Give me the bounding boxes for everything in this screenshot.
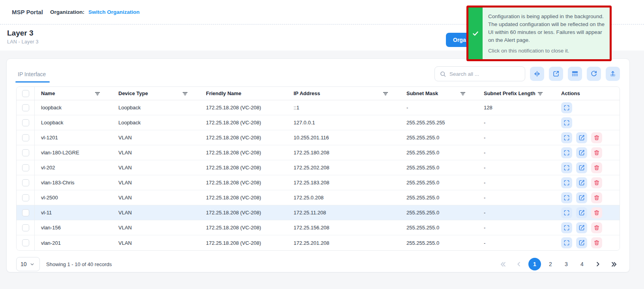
fit-width-button[interactable]: [530, 67, 544, 81]
delete-action-button[interactable]: [591, 222, 602, 233]
success-notification-toast[interactable]: Configuration is being applied in the ba…: [466, 6, 612, 61]
edit-action-button[interactable]: [576, 207, 587, 218]
column-header-friendly: Friendly Name: [200, 87, 287, 100]
next-page-button[interactable]: [592, 258, 604, 270]
delete-icon: [593, 134, 600, 141]
cell-ip-address: 127.0.0.1: [287, 115, 400, 130]
edit-action-button[interactable]: [576, 162, 587, 173]
edit-action-button[interactable]: [576, 222, 587, 233]
delete-action-button[interactable]: [591, 237, 602, 248]
expand-action-button[interactable]: [561, 177, 572, 188]
cell-subnet-mask: 255.255.255.0: [400, 145, 477, 160]
edit-action-button[interactable]: [576, 132, 587, 143]
organization-link[interactable]: Switch Organization: [88, 9, 140, 15]
row-check-cell: [17, 220, 35, 235]
row-checkbox[interactable]: [22, 209, 29, 216]
tab-ip-interface[interactable]: IP Interface: [16, 66, 47, 83]
search-input[interactable]: [449, 71, 520, 77]
table-row[interactable]: loopbackLoopback172.25.18.208 (VC-208)::…: [17, 100, 620, 115]
table-row[interactable]: vl-2500VLAN172.25.18.208 (VC-208)172.25.…: [17, 190, 620, 205]
row-checkbox[interactable]: [22, 149, 29, 156]
row-checkbox[interactable]: [22, 104, 29, 111]
row-checkbox[interactable]: [22, 179, 29, 186]
filter-icon[interactable]: [93, 89, 102, 98]
page-number-4[interactable]: 4: [576, 258, 588, 270]
delete-action-button[interactable]: [591, 207, 602, 218]
table-row[interactable]: vl-202VLAN172.25.18.208 (VC-208)172.25.2…: [17, 160, 620, 175]
filter-icon[interactable]: [459, 89, 467, 98]
filter-icon[interactable]: [536, 89, 545, 98]
next-page-icon: [594, 261, 601, 268]
upload-button[interactable]: [606, 67, 620, 81]
table-row[interactable]: vl-1201VLAN172.25.18.208 (VC-208)10.255.…: [17, 130, 620, 145]
select-all-checkbox[interactable]: [22, 90, 29, 97]
export-button[interactable]: [549, 67, 563, 81]
edit-action-button[interactable]: [576, 192, 587, 203]
row-check-cell: [17, 190, 35, 205]
cell-subnet-prefix-length: -: [477, 205, 555, 220]
delete-icon: [593, 194, 600, 201]
delete-action-button[interactable]: [591, 147, 602, 158]
edit-icon: [578, 209, 585, 216]
edit-action-button[interactable]: [576, 237, 587, 248]
page-size-select[interactable]: 10: [16, 257, 40, 271]
column-label: Device Type: [118, 90, 148, 96]
page-number-2[interactable]: 2: [544, 258, 557, 270]
page-number-3[interactable]: 3: [560, 258, 573, 270]
toolbar-buttons: [530, 67, 620, 81]
cell-subnet-prefix-length: -: [477, 235, 555, 250]
showing-records-text: Showing 1 - 10 of 40 records: [46, 261, 112, 267]
table-row[interactable]: vlan-201VLAN172.25.18.208 (VC-208)172.25…: [17, 235, 620, 250]
expand-action-button[interactable]: [561, 147, 572, 158]
delete-action-button[interactable]: [591, 132, 602, 143]
ip-interface-card: IP Interface NameDevice TypeFriendly Nam…: [6, 58, 630, 272]
row-checkbox[interactable]: [22, 239, 29, 246]
prev-page-button[interactable]: [513, 258, 525, 270]
table-row[interactable]: vl-11VLAN172.25.18.208 (VC-208)172.25.11…: [17, 205, 620, 220]
cell-ip-address: 172.25.11.208: [287, 205, 400, 220]
edit-icon: [578, 194, 585, 201]
column-header-prefix: Subnet Prefix Length: [477, 87, 555, 100]
row-checkbox[interactable]: [22, 194, 29, 201]
columns-button[interactable]: [568, 67, 582, 81]
expand-action-button[interactable]: [561, 237, 572, 248]
expand-action-button[interactable]: [561, 207, 572, 218]
filter-icon[interactable]: [381, 89, 390, 98]
edit-action-button[interactable]: [576, 147, 587, 158]
expand-action-button[interactable]: [561, 102, 572, 113]
delete-action-button[interactable]: [591, 177, 602, 188]
brand-label: MSP Portal: [12, 9, 43, 15]
edit-action-button[interactable]: [576, 177, 587, 188]
row-checkbox[interactable]: [22, 119, 29, 126]
row-checkbox[interactable]: [22, 134, 29, 141]
cell-subnet-mask: 255.255.255.0: [400, 205, 477, 220]
page-number-1[interactable]: 1: [528, 258, 541, 270]
cell-friendly-name: 172.25.18.208 (VC-208): [200, 205, 287, 220]
cell-ip-address: 172.25.156.208: [287, 220, 400, 235]
table-row[interactable]: vlan-183-ChrisVLAN172.25.18.208 (VC-208)…: [17, 175, 620, 190]
expand-action-button[interactable]: [561, 132, 572, 143]
refresh-button[interactable]: [587, 67, 601, 81]
first-page-button[interactable]: [497, 258, 509, 270]
search-icon: [440, 71, 446, 77]
expand-action-button[interactable]: [561, 162, 572, 173]
table-row[interactable]: LoopbackLoopback172.25.18.208 (VC-208)12…: [17, 115, 620, 130]
cell-name: Loopback: [35, 115, 112, 130]
cell-subnet-prefix-length: -: [477, 175, 555, 190]
filter-icon[interactable]: [181, 89, 189, 98]
delete-action-button[interactable]: [591, 192, 602, 203]
table-row[interactable]: vlan-156VLAN172.25.18.208 (VC-208)172.25…: [17, 220, 620, 235]
expand-action-button[interactable]: [561, 117, 572, 128]
delete-action-button[interactable]: [591, 162, 602, 173]
expand-action-button[interactable]: [561, 192, 572, 203]
expand-action-button[interactable]: [561, 222, 572, 233]
last-page-button[interactable]: [607, 258, 620, 270]
cell-device-type: Loopback: [112, 115, 200, 130]
cell-name: vl-1201: [35, 130, 112, 145]
cell-device-type: VLAN: [112, 160, 200, 175]
row-checkbox[interactable]: [22, 164, 29, 171]
table-footer: 10 Showing 1 - 10 of 40 records 1234: [16, 256, 620, 272]
row-checkbox[interactable]: [22, 224, 29, 231]
table-row[interactable]: vlan-180-L2GREVLAN172.25.18.208 (VC-208)…: [17, 145, 620, 160]
first-page-icon: [500, 261, 507, 268]
